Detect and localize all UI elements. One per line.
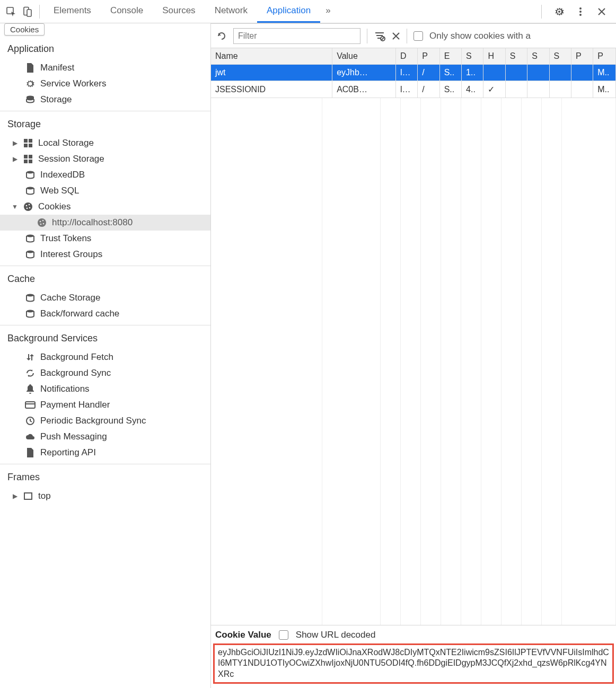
table-cell: l…	[395, 65, 417, 81]
table-cell: 1..	[462, 65, 483, 81]
more-tabs-button[interactable]: »	[320, 0, 336, 23]
sidebar-item-push-messaging[interactable]: Push Messaging	[0, 429, 210, 445]
sidebar-item-cookie-origin[interactable]: http://localhost:8080	[0, 215, 210, 231]
col-name[interactable]: Name	[211, 48, 332, 65]
refresh-icon[interactable]	[216, 31, 227, 41]
tab-elements[interactable]: Elements	[44, 0, 101, 23]
col-d[interactable]: D	[395, 48, 417, 65]
table-empty-area	[211, 98, 616, 625]
file-icon	[24, 63, 36, 73]
filter-input[interactable]	[233, 28, 360, 44]
sidebar-item-reporting-api[interactable]: Reporting API	[0, 445, 210, 461]
sidebar-item-interest-groups[interactable]: Interest Groups	[0, 246, 210, 262]
table-cell: /	[418, 81, 439, 98]
sidebar-item-background-sync[interactable]: Background Sync	[0, 365, 210, 381]
sidebar-item-cookies[interactable]: ▼ Cookies	[0, 199, 210, 215]
tab-application[interactable]: Application	[257, 0, 320, 23]
sidebar-item-label: Push Messaging	[40, 431, 107, 442]
col-p3[interactable]: P	[593, 48, 616, 65]
col-s4[interactable]: S	[549, 48, 571, 65]
col-p2[interactable]: P	[571, 48, 593, 65]
device-toggle-icon[interactable]	[19, 4, 35, 20]
col-s[interactable]: S	[462, 48, 483, 65]
sidebar-item-label: Background Sync	[40, 368, 111, 378]
database-icon	[24, 187, 36, 195]
url-decoded-label: Show URL decoded	[296, 630, 376, 640]
tab-network[interactable]: Network	[205, 0, 257, 23]
clear-filtered-icon[interactable]	[374, 31, 385, 41]
divider	[541, 5, 542, 19]
col-p[interactable]: P	[418, 48, 439, 65]
sidebar-item-bf-cache[interactable]: Back/forward cache	[0, 306, 210, 322]
sidebar-item-label: top	[38, 491, 51, 501]
card-icon	[24, 401, 36, 409]
table-cell: 4..	[462, 81, 483, 98]
sidebar-item-notifications[interactable]: Notifications	[0, 381, 210, 397]
col-e[interactable]: E	[439, 48, 461, 65]
sidebar-item-local-storage[interactable]: ▶ Local Storage	[0, 135, 210, 151]
inspect-icon[interactable]	[3, 4, 19, 20]
table-cell: l…	[395, 81, 417, 98]
kebab-menu-icon[interactable]	[573, 4, 588, 20]
sidebar-item-periodic-sync[interactable]: Periodic Background Sync	[0, 413, 210, 429]
svg-rect-12	[29, 155, 32, 158]
svg-point-25	[43, 223, 45, 225]
sidebar-item-label: Service Workers	[40, 78, 106, 89]
sidebar-item-cache-storage[interactable]: Cache Storage	[0, 290, 210, 306]
frame-icon	[22, 492, 34, 500]
table-row[interactable]: jwteyJhb…l…/S..1..M..	[211, 65, 616, 81]
sidebar-item-session-storage[interactable]: ▶ Session Storage	[0, 151, 210, 167]
cookies-panel: Only show cookies with a Name Value D P	[211, 23, 616, 688]
svg-rect-7	[24, 139, 28, 143]
sidebar-item-label: Interest Groups	[40, 249, 102, 260]
close-icon[interactable]	[594, 4, 610, 20]
svg-point-4	[579, 11, 582, 13]
table-cell: ✓	[483, 81, 505, 98]
table-cell	[505, 65, 527, 81]
col-s2[interactable]: S	[505, 48, 527, 65]
col-h[interactable]: H	[483, 48, 505, 65]
col-value[interactable]: Value	[332, 48, 396, 65]
sidebar-item-frame-top[interactable]: ▶ top	[0, 488, 210, 504]
table-row[interactable]: JSESSIONIDAC0B…l…/S..4..✓M..	[211, 81, 616, 98]
sidebar-item-manifest[interactable]: Manifest	[0, 60, 210, 76]
sidebar-item-indexeddb[interactable]: IndexedDB	[0, 167, 210, 183]
svg-rect-14	[29, 160, 32, 163]
svg-point-24	[42, 220, 44, 222]
col-s3[interactable]: S	[527, 48, 549, 65]
settings-icon[interactable]	[551, 4, 567, 20]
sidebar-item-storage-overview[interactable]: Storage	[0, 92, 210, 108]
sidebar-item-label: IndexedDB	[40, 170, 85, 180]
chevron-right-icon: ▶	[12, 155, 18, 163]
tooltip-cookies: Cookies	[4, 23, 45, 36]
svg-rect-8	[29, 139, 32, 143]
table-cell	[571, 65, 593, 81]
sidebar-item-trust-tokens[interactable]: Trust Tokens	[0, 231, 210, 246]
tab-console[interactable]: Console	[101, 0, 153, 23]
database-icon	[24, 234, 36, 243]
sidebar-item-background-fetch[interactable]: Background Fetch	[0, 349, 210, 365]
chevron-right-icon: ▶	[12, 492, 18, 500]
table-cell	[549, 81, 571, 98]
only-show-label: Only show cookies with a	[429, 31, 531, 41]
sidebar-item-payment-handler[interactable]: Payment Handler	[0, 397, 210, 413]
cookie-value-text[interactable]: eyJhbGciOiJIUzI1NiJ9.eyJzdWIiOiJnaXRodWJ…	[213, 643, 614, 684]
table-cell	[527, 65, 549, 81]
table-cell: AC0B…	[332, 81, 396, 98]
sidebar-item-service-workers[interactable]: Service Workers	[0, 76, 210, 92]
table-cell: S..	[439, 65, 461, 81]
url-decoded-checkbox[interactable]	[279, 630, 288, 640]
sidebar-item-label: Periodic Background Sync	[40, 416, 146, 426]
svg-point-16	[27, 187, 34, 190]
cookie-icon	[22, 202, 34, 211]
clear-icon[interactable]	[392, 32, 400, 40]
table-cell: jwt	[211, 65, 332, 81]
tab-sources[interactable]: Sources	[153, 0, 205, 23]
sidebar-item-label: Notifications	[40, 384, 90, 394]
table-cell	[483, 65, 505, 81]
sidebar-item-label: http://localhost:8080	[52, 217, 133, 228]
only-show-checkbox[interactable]	[413, 31, 423, 41]
table-cell	[505, 81, 527, 98]
database-icon	[24, 171, 36, 179]
sidebar-item-websql[interactable]: Web SQL	[0, 183, 210, 199]
